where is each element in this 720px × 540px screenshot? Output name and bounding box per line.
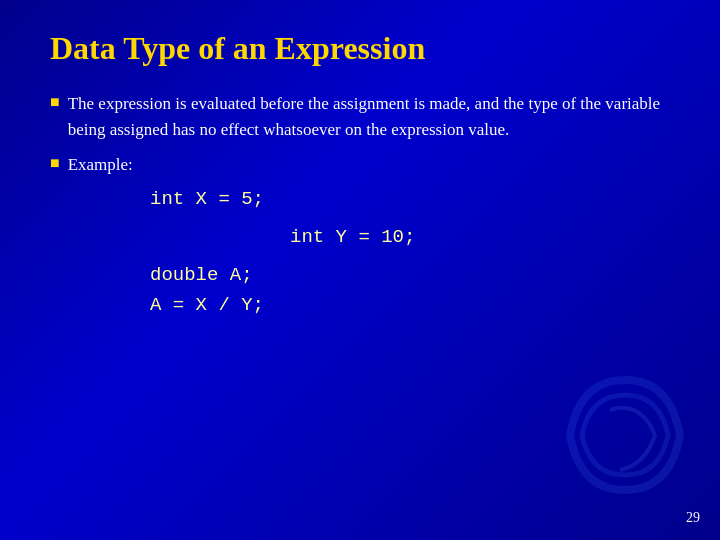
slide: Data Type of an Expression ■ The express… — [0, 0, 720, 540]
code-line-3: double A; — [150, 264, 670, 286]
bullet-1-icon: ■ — [50, 93, 60, 111]
bullet-2-text: Example: — [68, 152, 133, 178]
bullet-1-row: ■ The expression is evaluated before the… — [50, 91, 670, 142]
page-number: 29 — [686, 510, 700, 526]
code-line-4: A = X / Y; — [150, 294, 670, 316]
content-area: ■ The expression is evaluated before the… — [50, 91, 670, 316]
watermark-decoration — [560, 370, 690, 500]
bullet-2-icon: ■ — [50, 154, 60, 172]
slide-title: Data Type of an Expression — [50, 30, 670, 67]
bullet-2-row: ■ Example: — [50, 152, 670, 178]
code-line-1: int X = 5; — [150, 188, 670, 210]
code-line-2: int Y = 10; — [290, 226, 670, 248]
bullet-1-text: The expression is evaluated before the a… — [68, 91, 670, 142]
